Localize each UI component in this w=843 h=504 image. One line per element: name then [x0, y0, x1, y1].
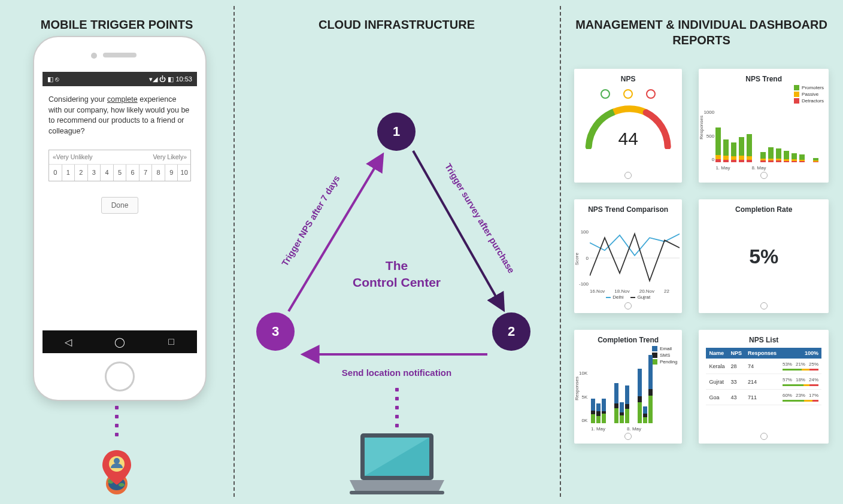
- nps-gauge-faces: [574, 89, 682, 99]
- edge-label-bottom: Send location notification: [234, 368, 560, 378]
- nps-scale-cell[interactable]: 4: [101, 165, 114, 181]
- survey-body: Considering your complete experience wit…: [43, 86, 197, 222]
- card-radio-icon[interactable]: [760, 433, 768, 440]
- nps-list-title: NPS List: [706, 336, 821, 344]
- svg-point-5: [114, 458, 120, 464]
- nps-compare-card: NPS Trend Comparison Score 1000-100 16.N…: [574, 199, 682, 313]
- connector-dots-2: [395, 388, 399, 427]
- dashboard-column: MANAGEMENT & INDIVIDUAL DASHBOARD REPORT…: [560, 0, 843, 504]
- triangle-node-1: 1: [377, 113, 416, 151]
- dashboard-section-title: MANAGEMENT & INDIVIDUAL DASHBOARD REPORT…: [560, 17, 843, 48]
- nps-scale-cell[interactable]: 7: [140, 165, 153, 181]
- nps-trend-bars: [715, 110, 824, 162]
- phone-camera-icon: [91, 53, 97, 59]
- nps-trend-y-ticks: 10005000: [703, 110, 714, 162]
- nps-compare-title: NPS Trend Comparison: [581, 205, 675, 214]
- nps-scale-cell[interactable]: 2: [75, 165, 88, 181]
- completion-trend-y-ticks: 10K5K0K: [579, 371, 587, 423]
- svg-rect-12: [350, 491, 444, 494]
- nps-scale-cell[interactable]: 0: [49, 165, 62, 181]
- cloud-section-title: CLOUD INFRASTRUCTURE: [234, 17, 560, 32]
- table-row: Gujrat33214 57%18%24%: [706, 374, 821, 390]
- statusbar-right: ▾◢ ⏻ ◧ 10:53: [149, 75, 192, 83]
- home-icon[interactable]: ◯: [115, 337, 125, 347]
- completion-trend-x-ticks: 1. May8. May: [591, 426, 677, 432]
- nps-gauge-card: NPS 44: [574, 69, 682, 183]
- nps-compare-y-ticks: 1000-100: [579, 229, 589, 287]
- completion-trend-legend: EmailSMSPending: [652, 345, 677, 366]
- completion-rate-value: 5%: [706, 245, 821, 268]
- nps-list-card: NPS List NameNPSResponses100%Kerala2874 …: [699, 330, 829, 444]
- dashboard-grid: NPS 44 NPS Trend PromotersPassiveDetract…: [574, 69, 829, 444]
- done-button[interactable]: Done: [101, 197, 139, 214]
- control-center-diagram: 1 2 3 The Control Center Trigger NPS aft…: [234, 96, 560, 407]
- phone-statusbar: ◧ ⎋ ▾◢ ⏻ ◧ 10:53: [43, 72, 197, 86]
- nps-scale-cell[interactable]: 8: [152, 165, 165, 181]
- frown-icon: [646, 89, 656, 99]
- nps-trend-title: NPS Trend: [706, 75, 821, 83]
- triangle-node-2: 2: [492, 312, 530, 351]
- nps-gauge-arc: [574, 95, 682, 149]
- card-radio-icon[interactable]: [760, 172, 768, 179]
- laptop-icon: [346, 431, 448, 499]
- nps-trend-x-ticks: 1. May8. May: [715, 165, 824, 171]
- mobile-column: MOBILE TRIGGER POINTS ◧ ⎋ ▾◢ ⏻ ◧ 10:53 C…: [0, 0, 234, 504]
- nps-list-table: NameNPSResponses100%Kerala2874 53%21%25%…: [706, 348, 821, 405]
- nps-scale-cells[interactable]: 012345678910: [49, 165, 190, 181]
- nps-compare-x-ticks: 16.Nov18.Nov20.Nov22: [590, 289, 677, 294]
- completion-trend-card: Completion Trend EmailSMSPending Respons…: [574, 330, 682, 444]
- nps-scale-cell[interactable]: 1: [62, 165, 75, 181]
- card-radio-icon[interactable]: [624, 433, 632, 440]
- connector-dots: [115, 406, 119, 436]
- nps-scale-cell[interactable]: 5: [114, 165, 127, 181]
- survey-question: Considering your complete experience wit…: [48, 95, 191, 136]
- android-navbar[interactable]: ◁ ◯ □: [43, 330, 197, 353]
- completion-trend-bars: [591, 371, 677, 423]
- nps-gauge-title: NPS: [581, 75, 675, 83]
- completion-rate-title: Completion Rate: [706, 205, 821, 214]
- triangle-node-3: 3: [256, 312, 295, 351]
- location-pin-icon: [96, 449, 138, 498]
- nps-scale-cell[interactable]: 3: [88, 165, 101, 181]
- statusbar-left: ◧ ⎋: [47, 75, 59, 83]
- nps-compare-legend: DelhiGujrat: [574, 294, 682, 300]
- survey-question-underlined: complete: [107, 95, 138, 104]
- card-radio-icon[interactable]: [624, 172, 632, 179]
- nps-scale-label-right: Very Likely»: [153, 153, 187, 162]
- nps-scale-cell[interactable]: 9: [165, 165, 178, 181]
- nps-trend-card: NPS Trend PromotersPassiveDetractors Res…: [699, 69, 829, 183]
- table-row: Goa43711 60%23%17%: [706, 390, 821, 405]
- table-row: Kerala2874 53%21%25%: [706, 359, 821, 374]
- phone-mockup: ◧ ⎋ ▾◢ ⏻ ◧ 10:53 Considering your comple…: [33, 36, 207, 401]
- nps-scale: «Very Unlikely Very Likely» 012345678910: [48, 150, 191, 181]
- survey-question-pre: Considering your: [48, 95, 107, 104]
- nps-scale-label-left: «Very Unlikely: [53, 153, 93, 162]
- neutral-icon: [623, 89, 633, 99]
- phone-home-button-icon: [105, 362, 135, 391]
- nps-scale-cell[interactable]: 10: [178, 165, 190, 181]
- phone-screen: ◧ ⎋ ▾◢ ⏻ ◧ 10:53 Considering your comple…: [43, 72, 197, 353]
- completion-trend-title: Completion Trend: [581, 336, 675, 344]
- nps-trend-legend: PromotersPassiveDetractors: [794, 84, 824, 105]
- nps-scale-cell[interactable]: 6: [126, 165, 140, 181]
- nps-compare-plot: [590, 229, 680, 287]
- svg-point-3: [119, 483, 125, 487]
- card-radio-icon[interactable]: [624, 302, 632, 309]
- nps-scale-labels: «Very Unlikely Very Likely»: [49, 150, 190, 165]
- mobile-section-title: MOBILE TRIGGER POINTS: [0, 17, 234, 32]
- cloud-column: CLOUD INFRASTRUCTURE 1 2 3 The Contr: [234, 0, 560, 504]
- phone-speaker-icon: [103, 53, 137, 57]
- completion-rate-card: Completion Rate 5%: [699, 199, 829, 313]
- recent-icon[interactable]: □: [166, 337, 176, 347]
- card-radio-icon[interactable]: [760, 302, 768, 309]
- back-icon[interactable]: ◁: [63, 337, 73, 347]
- smile-icon: [601, 89, 610, 99]
